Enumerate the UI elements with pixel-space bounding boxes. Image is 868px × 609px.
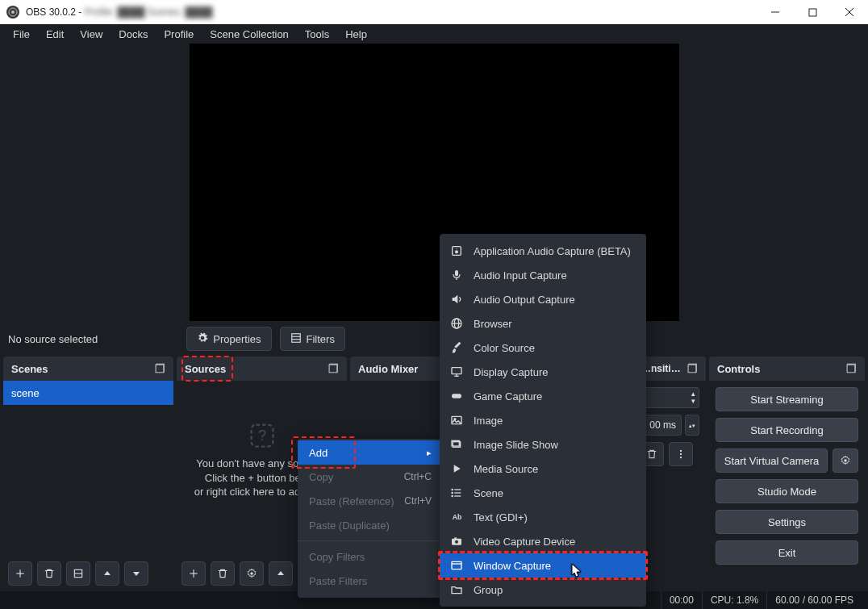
ctx-paste-filters: Paste Filters xyxy=(298,569,443,593)
popout-icon[interactable]: ❐ xyxy=(846,362,857,375)
titlebar: OBS 30.0.2 - Profile: ████ Scenes: ████ xyxy=(0,0,868,24)
add-application-audio-capture-beta[interactable]: Application Audio Capture (BETA) xyxy=(440,239,646,263)
status-cpu: CPU: 1.8% xyxy=(702,591,766,609)
svg-rect-3 xyxy=(809,9,816,16)
scene-item[interactable]: scene xyxy=(3,381,173,405)
start-streaming-button[interactable]: Start Streaming xyxy=(716,387,858,411)
controls-header[interactable]: Controls ❐ xyxy=(709,357,865,381)
monitor-icon xyxy=(449,365,464,378)
svg-point-40 xyxy=(452,489,453,490)
svg-point-23 xyxy=(455,250,458,253)
ctx-add[interactable]: Add xyxy=(298,440,443,465)
svg-point-1 xyxy=(11,10,15,14)
svg-point-20 xyxy=(680,457,682,458)
mic-icon xyxy=(449,269,464,282)
add-game-capture[interactable]: Game Capture xyxy=(440,384,646,408)
delete-scene-button[interactable] xyxy=(37,561,61,586)
transition-more-button[interactable] xyxy=(669,442,693,466)
settings-button[interactable]: Settings xyxy=(716,510,858,534)
popout-icon[interactable]: ❐ xyxy=(155,362,165,375)
menubar: File Edit View Docks Profile Scene Colle… xyxy=(0,24,868,44)
start-recording-button[interactable]: Start Recording xyxy=(716,418,858,442)
svg-point-17 xyxy=(250,572,253,575)
gamepad-icon xyxy=(449,390,464,403)
menu-docks[interactable]: Docks xyxy=(111,27,156,42)
add-scene-button[interactable] xyxy=(8,561,32,586)
menu-tools[interactable]: Tools xyxy=(297,27,337,42)
svg-point-42 xyxy=(452,495,453,496)
add-source-submenu: Application Audio Capture (BETA)Audio In… xyxy=(440,234,646,607)
close-button[interactable] xyxy=(831,0,868,24)
ctx-copy: CopyCtrl+C xyxy=(298,465,443,489)
sources-header[interactable]: Sources ❐ xyxy=(177,357,347,381)
studio-mode-button[interactable]: Studio Mode xyxy=(716,479,858,503)
menu-view[interactable]: View xyxy=(72,27,111,42)
menu-edit[interactable]: Edit xyxy=(38,27,72,42)
exit-button[interactable]: Exit xyxy=(716,540,858,565)
camera-icon xyxy=(449,535,464,548)
menu-scene-collection[interactable]: Scene Collection xyxy=(202,27,297,42)
add-window-capture[interactable]: Window Capture xyxy=(440,553,646,578)
image-icon xyxy=(449,414,464,427)
svg-point-41 xyxy=(452,492,453,493)
svg-point-21 xyxy=(844,459,847,462)
empty-sources-icon: ? xyxy=(248,421,277,453)
svg-point-24 xyxy=(456,248,457,249)
svg-rect-47 xyxy=(452,561,461,569)
svg-rect-6 xyxy=(291,333,300,342)
brush-icon xyxy=(449,341,464,354)
play-icon xyxy=(449,462,464,475)
add-display-capture[interactable]: Display Capture xyxy=(440,360,646,384)
obs-window: OBS 30.0.2 - Profile: ████ Scenes: ████ … xyxy=(0,0,868,609)
menu-help[interactable]: Help xyxy=(337,27,375,42)
scene-filter-button[interactable] xyxy=(66,561,90,586)
add-audio-output-capture[interactable]: Audio Output Capture xyxy=(440,287,646,311)
virtual-camera-settings-button[interactable] xyxy=(833,448,858,473)
window-icon xyxy=(449,559,464,572)
ctx-paste-duplicate: Paste (Duplicate) xyxy=(298,513,443,537)
list-icon xyxy=(449,486,464,499)
move-source-up-button[interactable] xyxy=(269,561,293,586)
separator xyxy=(298,540,443,541)
scenes-header[interactable]: Scenes ❐ xyxy=(3,357,173,381)
properties-button[interactable]: Properties xyxy=(186,327,271,351)
svg-rect-25 xyxy=(455,270,458,276)
add-image-slide-show[interactable]: Image Slide Show xyxy=(440,432,646,457)
add-group[interactable]: Group xyxy=(440,578,646,602)
add-audio-input-capture[interactable]: Audio Input Capture xyxy=(440,263,646,287)
gear-icon xyxy=(197,332,208,346)
menu-file[interactable]: File xyxy=(5,27,38,42)
scenes-dock: Scenes ❐ scene xyxy=(3,357,173,588)
add-browser[interactable]: Browser xyxy=(440,311,646,336)
add-media-source[interactable]: Media Source xyxy=(440,457,646,481)
source-toolbar: No source selected Properties Filters xyxy=(0,321,868,357)
add-color-source[interactable]: Color Source xyxy=(440,336,646,360)
popout-icon[interactable]: ❐ xyxy=(687,362,698,375)
minimize-button[interactable] xyxy=(757,0,794,24)
add-scene[interactable]: Scene xyxy=(440,481,646,505)
popout-icon[interactable]: ❐ xyxy=(328,362,339,375)
source-settings-button[interactable] xyxy=(240,561,264,586)
maximize-button[interactable] xyxy=(794,0,831,24)
add-source-button[interactable] xyxy=(182,561,206,586)
filters-button[interactable]: Filters xyxy=(280,327,345,351)
window-title: OBS 30.0.2 - Profile: ████ Scenes: ████ xyxy=(26,6,212,18)
add-image[interactable]: Image xyxy=(440,408,646,432)
speaker-icon xyxy=(449,293,464,306)
duration-spinner[interactable]: ▴▾ xyxy=(685,415,699,436)
status-fps: 60.00 / 60.00 FPS xyxy=(766,591,862,609)
add-video-capture-device[interactable]: Video Capture Device xyxy=(440,529,646,553)
transition-select[interactable]: ▴▾ xyxy=(640,387,699,408)
move-scene-down-button[interactable] xyxy=(124,561,148,586)
delete-source-button[interactable] xyxy=(211,561,235,586)
menu-profile[interactable]: Profile xyxy=(156,27,202,42)
obs-logo-icon xyxy=(6,6,19,19)
move-scene-up-button[interactable] xyxy=(95,561,119,586)
start-virtual-camera-button[interactable]: Start Virtual Camera xyxy=(716,448,828,473)
add-text-gdi[interactable]: AbText (GDI+) xyxy=(440,505,646,529)
source-context-menu: Add CopyCtrl+C Paste (Reference)Ctrl+V P… xyxy=(298,439,443,598)
speaker-box-icon xyxy=(449,244,464,257)
slides-icon xyxy=(449,438,464,451)
ctx-paste-reference: Paste (Reference)Ctrl+V xyxy=(298,489,443,513)
svg-text:?: ? xyxy=(257,428,265,444)
